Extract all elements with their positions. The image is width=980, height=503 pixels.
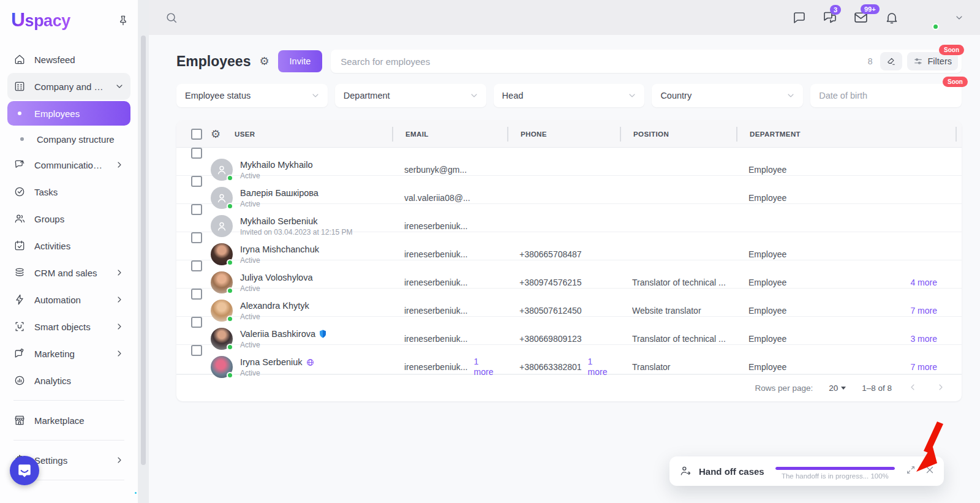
more-departments-link[interactable]: 4 more [910,278,937,287]
search-placeholder: Search for employees [341,56,862,67]
sidebar-item-employees[interactable]: Employees [7,101,130,126]
email-cell[interactable]: ireneserbeniuk... [392,278,507,287]
filter-country[interactable]: Country [652,84,803,107]
row-checkbox[interactable] [191,176,202,187]
pin-sidebar-icon[interactable] [117,14,129,26]
soon-badge: Soon [943,77,968,87]
clear-search-button[interactable] [880,52,902,70]
rows-per-page-select[interactable]: 20 [829,384,846,393]
column-header-email[interactable]: EMAIL [392,127,507,142]
employee-name[interactable]: Mykhailo Serbeniuk [240,216,352,227]
column-header-user[interactable]: USER [235,127,392,142]
sidebar-item-label: CRM and sales [34,268,106,278]
sidebar-item-label: Smart objects [34,322,106,332]
filter-date-of-birth[interactable]: Date of birth Soon [810,84,962,107]
close-toast-button[interactable] [924,464,935,478]
sidebar-item-company-structure[interactable]: Company structure [7,127,130,151]
sidebar-item-label: Automation [34,295,106,305]
previous-page-button[interactable] [908,382,918,394]
employee-name[interactable]: Iryna Serbeniuk [240,357,303,368]
sidebar-item-activities[interactable]: Activities [7,232,130,259]
row-checkbox[interactable] [191,204,202,215]
feedback-chat-icon[interactable] [792,10,807,25]
phone-cell[interactable]: +380663382801 [519,362,582,372]
scrollbar-thumb[interactable] [141,36,146,465]
sidebar-item-groups[interactable]: Groups [7,205,130,232]
row-checkbox[interactable] [191,260,202,271]
chat-bubble-icon [17,463,32,478]
support-chat-button[interactable] [10,456,39,485]
sidebar-item-label: Company structure [37,134,124,145]
column-header-department[interactable]: DEPARTMENT [736,127,866,142]
expand-toast-button[interactable] [906,465,916,477]
table-settings-gear-icon[interactable]: ⚙ [211,128,221,140]
marketing-icon [13,347,26,360]
phone-cell[interactable]: +380665708487 [507,249,620,259]
row-checkbox[interactable] [191,148,202,159]
sidebar-item-smart-objects[interactable]: Smart objects [7,313,130,340]
filter-label: Date of birth [819,91,867,100]
filter-head[interactable]: Head [494,84,645,107]
email-cell[interactable]: ireneserbeniuk... [392,249,507,259]
phone-cell[interactable]: +380669809123 [507,334,620,344]
more-phones-link[interactable]: 1 more [588,357,611,377]
phone-cell[interactable]: +380507612450 [507,306,620,316]
row-checkbox[interactable] [191,345,202,356]
more-departments-link[interactable]: 3 more [910,334,937,344]
invite-button[interactable]: Invite [278,50,323,72]
phone-cell[interactable]: +380974576215 [507,278,620,287]
employee-name[interactable]: Iryna Mishchanchuk [240,244,319,255]
employee-name[interactable]: Valeriia Bashkirova [240,328,315,340]
sidebar-item-marketing[interactable]: Marketing [7,340,130,367]
employee-name[interactable]: Juliya Voloshylova [240,272,313,284]
profile-chevron-down-icon[interactable] [954,13,964,23]
email-cell[interactable]: ireneserbeniuk... [392,334,507,344]
sidebar-item-analytics[interactable]: Analytics [7,367,130,394]
email-cell[interactable]: serbunyk@gm... [392,165,507,175]
uspacy-logo[interactable]: U spacy [11,9,70,31]
messenger-icon[interactable]: 3 [823,10,837,25]
column-header-position[interactable]: POSITION [620,127,736,142]
avatar-photo [211,328,233,350]
sidebar-item-company-and-people[interactable]: Company and pe... [7,73,130,100]
sidebar-scrollbar[interactable] [138,0,149,503]
sidebar-item-tasks[interactable]: Tasks [7,178,130,205]
employee-name[interactable]: Mykhailo Mykhailo [240,159,312,171]
row-checkbox[interactable] [191,289,202,300]
avatar-photo [211,243,233,265]
row-checkbox[interactable] [191,317,202,328]
online-status-dot [227,287,233,294]
mail-icon[interactable]: 99+ [853,10,869,25]
filters-button[interactable]: Filters Soon [907,52,958,70]
column-separator [956,127,957,142]
more-departments-link[interactable]: 7 more [910,362,937,372]
email-cell[interactable]: val.valeriia08@... [392,193,507,203]
select-all-checkbox[interactable] [191,129,202,140]
row-checkbox[interactable] [191,232,202,243]
sidebar-item-automation[interactable]: Automation [7,286,130,313]
email-cell[interactable]: ireneserbeniuk... [392,306,507,316]
filter-label: Head [502,91,524,100]
sidebar-item-label: Communication ... [34,160,106,170]
employee-name[interactable]: Валерія Башкірова [240,187,318,199]
department-cell: Employee [736,334,866,344]
column-header-phone[interactable]: PHONE [507,127,620,142]
next-page-button[interactable] [936,382,946,394]
more-emails-link[interactable]: 1 more [474,357,497,377]
sidebar-item-communication[interactable]: Communication ... [7,151,130,178]
user-avatar[interactable] [915,6,938,29]
filter-department[interactable]: Department [335,84,486,107]
filter-employee-status[interactable]: Employee status [176,84,328,107]
sidebar-item-marketplace[interactable]: Marketplace [7,407,130,434]
notifications-bell-icon[interactable] [884,10,899,25]
employee-search-input[interactable]: Search for employees 8 Filters Soon [331,50,962,73]
sidebar-item-crm-and-sales[interactable]: CRM and sales [7,259,130,286]
employee-name[interactable]: Alexandra Khytyk [240,300,309,312]
more-departments-link[interactable]: 7 more [910,306,937,316]
table-row[interactable]: Mykhailo MykhailoActive serbunyk@gm... E… [176,148,962,176]
page-settings-gear-icon[interactable]: ⚙ [259,55,269,68]
global-search-icon[interactable] [165,11,178,25]
sidebar-item-newsfeed[interactable]: Newsfeed [7,46,130,73]
email-cell[interactable]: ireneserbeniuk... [392,221,507,231]
email-cell[interactable]: ireneserbeniuk... [404,362,468,372]
